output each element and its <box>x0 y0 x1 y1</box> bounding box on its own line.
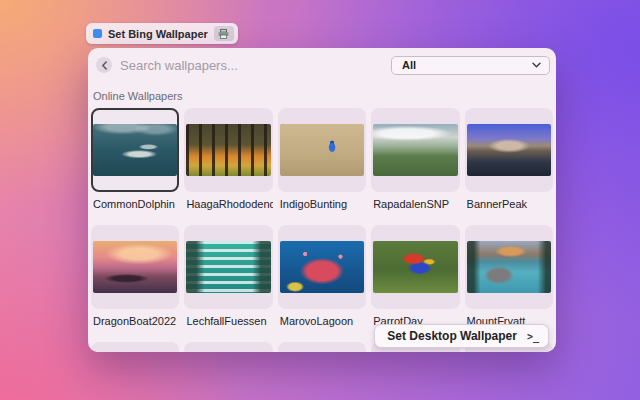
wallpaper-label: DragonBoat2022 <box>93 315 179 327</box>
wallpaper-tile[interactable] <box>278 108 366 192</box>
wallpaper-thumb <box>280 241 364 293</box>
wallpaper-tile[interactable] <box>371 108 459 192</box>
wallpaper-cell <box>91 342 179 352</box>
printer-icon <box>218 29 229 39</box>
app-title: Set Bing Wallpaper <box>108 28 208 40</box>
wallpaper-thumb <box>373 124 457 176</box>
wallpaper-tile[interactable] <box>184 342 272 352</box>
wallpaper-label: BannerPeak <box>467 198 553 210</box>
wallpaper-row-2: DragonBoat2022 LechfallFuessen MarovoLag… <box>91 225 553 327</box>
wallpaper-tile[interactable] <box>91 225 179 309</box>
wallpaper-label: RapadalenSNP <box>373 198 459 210</box>
wallpaper-tile[interactable] <box>91 342 179 352</box>
wallpaper-cell: MountFryatt <box>465 225 553 327</box>
app-icon <box>93 29 102 38</box>
chevron-left-icon <box>101 61 108 70</box>
wallpaper-row-1: CommonDolphin HaagaRhododendron IndigoBu… <box>91 108 553 210</box>
print-button[interactable] <box>214 26 234 41</box>
wallpaper-label: LechfallFuessen <box>186 315 272 327</box>
wallpaper-thumb <box>467 124 551 176</box>
wallpaper-tile[interactable] <box>465 225 553 309</box>
wallpaper-cell: DragonBoat2022 <box>91 225 179 327</box>
wallpaper-tile[interactable] <box>278 225 366 309</box>
wallpaper-tile[interactable] <box>465 108 553 192</box>
wallpaper-cell: ParrotDay <box>371 225 459 327</box>
filter-selected-value: All <box>402 59 416 71</box>
wallpaper-thumb <box>280 124 364 176</box>
wallpaper-tile[interactable] <box>278 342 366 352</box>
wallpaper-thumb <box>373 241 457 293</box>
wallpaper-cell: BannerPeak <box>465 108 553 210</box>
wallpaper-tile[interactable] <box>371 225 459 309</box>
wallpaper-thumb <box>186 124 270 176</box>
set-desktop-wallpaper-button[interactable]: Set Desktop Wallpaper >_ <box>374 324 549 348</box>
wallpaper-label: MarovoLagoon <box>280 315 366 327</box>
filter-dropdown[interactable]: All <box>391 56 550 75</box>
wallpaper-cell: LechfallFuessen <box>184 225 272 327</box>
set-button-label: Set Desktop Wallpaper <box>387 329 517 343</box>
wallpaper-label: IndigoBunting <box>280 198 366 210</box>
wallpaper-cell <box>184 342 272 352</box>
wallpaper-cell: IndigoBunting <box>278 108 366 210</box>
wallpaper-tile[interactable] <box>184 108 272 192</box>
wallpaper-cell: CommonDolphin <box>91 108 179 210</box>
wallpaper-tile[interactable] <box>184 225 272 309</box>
wallpaper-grid: CommonDolphin HaagaRhododendron IndigoBu… <box>88 108 556 352</box>
wallpaper-cell: MarovoLagoon <box>278 225 366 327</box>
wallpaper-thumb <box>186 241 270 293</box>
chevron-down-icon <box>532 62 541 68</box>
wallpaper-window: All Online Wallpapers CommonDolphin Haag… <box>88 48 556 352</box>
wallpaper-tile[interactable] <box>91 108 179 192</box>
back-button[interactable] <box>96 57 112 73</box>
wallpaper-thumb <box>93 124 177 176</box>
terminal-icon: >_ <box>527 331 539 342</box>
wallpaper-label: HaagaRhododendron <box>186 198 272 210</box>
window-title-pill[interactable]: Set Bing Wallpaper <box>86 23 238 44</box>
wallpaper-thumb <box>93 241 177 293</box>
section-heading: Online Wallpapers <box>93 90 556 102</box>
wallpaper-cell: HaagaRhododendron <box>184 108 272 210</box>
wallpaper-label: CommonDolphin <box>93 198 179 210</box>
window-header: All <box>88 48 556 82</box>
wallpaper-thumb <box>467 241 551 293</box>
search-input[interactable] <box>112 58 391 73</box>
wallpaper-cell: RapadalenSNP <box>371 108 459 210</box>
wallpaper-cell <box>278 342 366 352</box>
